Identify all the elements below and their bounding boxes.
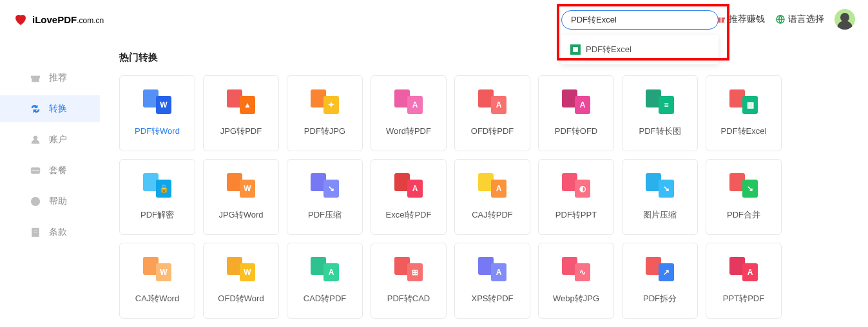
search-input-wrap[interactable] — [561, 10, 719, 30]
card-label: PDF转Excel — [721, 126, 767, 137]
search-suggestion-label: PDF转Excel — [586, 44, 632, 55]
pdf-to-excel-icon: ▦ — [729, 89, 758, 114]
pdf-split-icon: ↗ — [646, 257, 674, 281]
caj-to-word-icon: W — [143, 257, 171, 281]
word-to-pdf-icon: A — [394, 89, 423, 114]
sidebar-item-help[interactable]: ?帮助 — [0, 188, 100, 215]
card-label: 图片压缩 — [643, 209, 677, 221]
svg-rect-5 — [32, 78, 39, 82]
svg-rect-4 — [31, 76, 40, 78]
svg-rect-2 — [720, 17, 721, 23]
card-jpg-to-word[interactable]: WJPG转Word — [203, 159, 279, 235]
pdf-merge-icon: ↘ — [729, 173, 758, 198]
caj-to-pdf-icon: A — [478, 173, 506, 198]
jpg-to-pdf-icon: ▲ — [227, 89, 255, 114]
sidebar: 推荐转换账户套餐?帮助条款 — [0, 39, 100, 319]
card-ofd-to-pdf[interactable]: AOFD转PDF — [454, 75, 530, 151]
card-label: OFD转PDF — [471, 126, 514, 137]
card-label: JPG转Word — [218, 209, 263, 221]
sidebar-item-terms[interactable]: 条款 — [0, 219, 100, 246]
sidebar-item-account[interactable]: 账户 — [0, 126, 100, 153]
recommend-earn-link[interactable]: 推荐赚钱 — [716, 14, 765, 25]
card-pdf-to-longimg[interactable]: ≡PDF转长图 — [622, 75, 698, 151]
ofd-to-word-icon: W — [227, 257, 255, 281]
pdf-to-ofd-icon: A — [562, 89, 590, 114]
card-label: PDF转Word — [135, 126, 180, 137]
card-jpg-to-pdf[interactable]: ▲JPG转PDF — [203, 75, 279, 151]
convert-icon — [30, 103, 41, 115]
card-img-compress[interactable]: ↘图片压缩 — [622, 159, 698, 235]
terms-icon — [30, 227, 41, 238]
sidebar-item-label: 条款 — [49, 227, 67, 238]
card-label: PPT转PDF — [723, 293, 764, 304]
card-pdf-split[interactable]: ↗PDF拆分 — [622, 243, 698, 319]
card-pdf-to-excel[interactable]: ▦PDF转Excel — [706, 75, 782, 151]
pdf-compress-icon: ↘ — [311, 173, 339, 198]
sidebar-item-plan[interactable]: 套餐 — [0, 157, 100, 184]
sidebar-item-convert[interactable]: 转换 — [0, 95, 100, 122]
card-cad-to-pdf[interactable]: ACAD转PDF — [287, 243, 363, 319]
card-label: CAJ转Word — [135, 293, 179, 304]
card-label: Word转PDF — [386, 126, 431, 137]
card-caj-to-pdf[interactable]: ACAJ转PDF — [454, 159, 530, 235]
card-label: JPG转PDF — [220, 126, 262, 137]
card-pdf-to-word[interactable]: WPDF转Word — [119, 75, 195, 151]
account-icon — [30, 134, 41, 145]
sidebar-item-label: 账户 — [49, 134, 67, 145]
pdf-decrypt-icon: 🔒 — [143, 173, 171, 198]
card-pdf-to-ofd[interactable]: APDF转OFD — [538, 75, 614, 151]
card-label: PDF转CAD — [387, 293, 430, 304]
sidebar-item-label: 推荐 — [49, 72, 67, 84]
card-pdf-decrypt[interactable]: 🔒PDF解密 — [119, 159, 195, 235]
card-webp-to-jpg[interactable]: ∿Webp转JPG — [538, 243, 614, 319]
search-suggestions: PDF转Excel — [561, 35, 719, 64]
pdf-to-ppt-icon: ◐ — [562, 173, 590, 198]
webp-to-jpg-icon: ∿ — [562, 257, 590, 281]
heart-icon — [13, 12, 28, 27]
card-xps-to-pdf[interactable]: AXPS转PDF — [454, 243, 530, 319]
card-pdf-to-ppt[interactable]: ◐PDF转PPT — [538, 159, 614, 235]
card-label: PDF压缩 — [308, 209, 342, 221]
cad-to-pdf-icon: A — [311, 257, 339, 281]
pdf-to-jpg-icon: ✦ — [311, 89, 339, 114]
ppt-to-pdf-icon: A — [729, 257, 758, 281]
svg-rect-12 — [34, 230, 37, 231]
card-caj-to-word[interactable]: WCAJ转Word — [119, 243, 195, 319]
language-select[interactable]: 语言选择 — [775, 14, 824, 25]
card-label: PDF转PPT — [555, 209, 597, 221]
card-label: PDF转OFD — [555, 126, 597, 137]
sidebar-item-recommend[interactable]: 推荐 — [0, 64, 100, 91]
ofd-to-pdf-icon: A — [478, 89, 506, 114]
jpg-to-word-icon: W — [227, 173, 255, 198]
card-excel-to-pdf[interactable]: AExcel转PDF — [371, 159, 447, 235]
svg-text:?: ? — [34, 198, 37, 205]
card-pdf-to-jpg[interactable]: ✦PDF转JPG — [287, 75, 363, 151]
card-pdf-merge[interactable]: ↘PDF合并 — [706, 159, 782, 235]
pdf-to-word-icon: W — [143, 89, 171, 114]
avatar[interactable] — [834, 9, 855, 30]
search-suggestion-item[interactable]: PDF转Excel — [561, 39, 719, 61]
section-title: 热门转换 — [119, 51, 868, 64]
excel-mini-icon — [570, 44, 581, 55]
logo-text: iLovePDF.com.cn — [32, 14, 104, 25]
card-pdf-to-cad[interactable]: ⊞PDF转CAD — [371, 243, 447, 319]
card-label: Excel转PDF — [386, 209, 432, 221]
card-ppt-to-pdf[interactable]: APPT转PDF — [706, 243, 782, 319]
card-label: XPS转PDF — [471, 293, 513, 304]
card-pdf-compress[interactable]: ↘PDF压缩 — [287, 159, 363, 235]
plan-icon — [30, 165, 41, 176]
card-word-to-pdf[interactable]: AWord转PDF — [371, 75, 447, 151]
help-icon: ? — [30, 196, 41, 207]
search-input[interactable] — [571, 15, 709, 25]
card-label: PDF拆分 — [643, 293, 677, 304]
svg-rect-13 — [34, 232, 37, 233]
logo[interactable]: iLovePDF.com.cn — [13, 12, 104, 27]
recommend-icon — [30, 72, 41, 84]
pdf-to-longimg-icon: ≡ — [646, 89, 674, 114]
excel-to-pdf-icon: A — [394, 173, 423, 198]
card-label: PDF解密 — [140, 209, 174, 221]
card-label: CAD转PDF — [304, 293, 346, 304]
card-label: Webp转JPG — [553, 293, 599, 304]
img-compress-icon: ↘ — [646, 173, 674, 198]
card-ofd-to-word[interactable]: WOFD转Word — [203, 243, 279, 319]
